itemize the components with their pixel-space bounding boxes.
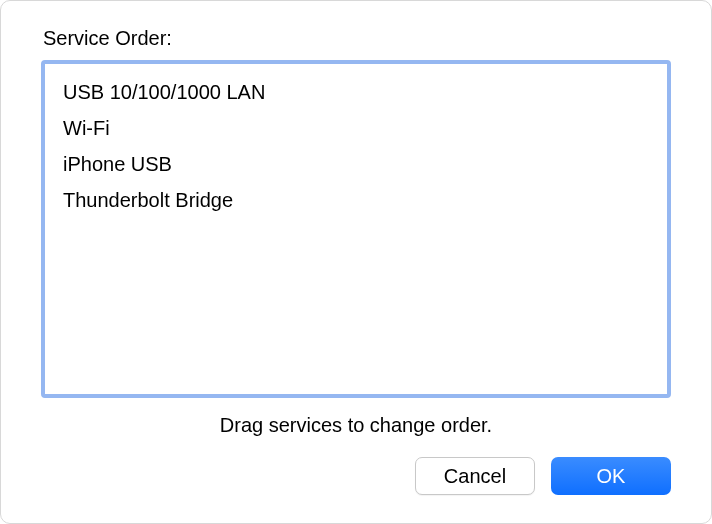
- list-item[interactable]: iPhone USB: [45, 146, 667, 182]
- list-item[interactable]: USB 10/100/1000 LAN: [45, 74, 667, 110]
- ok-button[interactable]: OK: [551, 457, 671, 495]
- list-item[interactable]: Thunderbolt Bridge: [45, 182, 667, 218]
- cancel-button[interactable]: Cancel: [415, 457, 535, 495]
- drag-hint-label: Drag services to change order.: [41, 414, 671, 437]
- service-order-dialog: Service Order: USB 10/100/1000 LAN Wi-Fi…: [0, 0, 712, 524]
- button-row: Cancel OK: [41, 457, 671, 495]
- dialog-title: Service Order:: [41, 27, 671, 50]
- list-item[interactable]: Wi-Fi: [45, 110, 667, 146]
- service-order-list[interactable]: USB 10/100/1000 LAN Wi-Fi iPhone USB Thu…: [41, 60, 671, 398]
